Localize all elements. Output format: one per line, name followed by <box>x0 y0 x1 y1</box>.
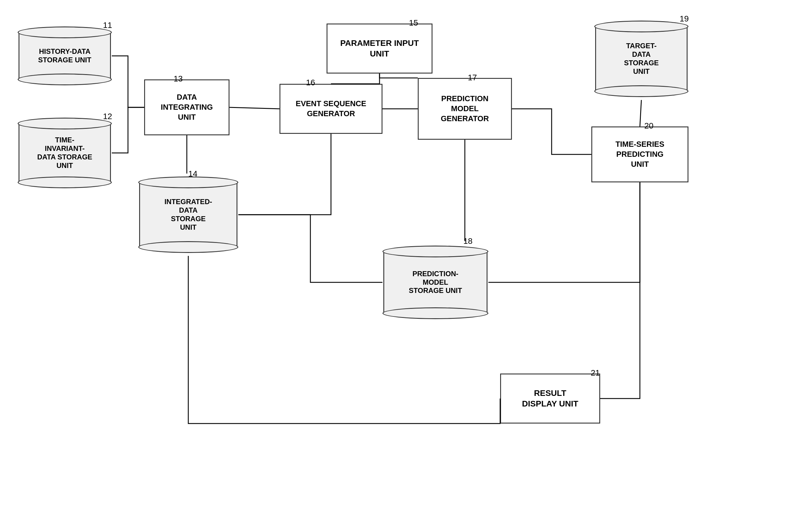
ref-12: 12 <box>103 112 112 121</box>
ref-13: 13 <box>174 74 183 83</box>
result-display-unit: RESULTDISPLAY UNIT <box>500 373 600 423</box>
cylinder-bottom-14 <box>138 241 238 253</box>
line-14-to-18 <box>238 215 382 282</box>
cylinder-bottom-12 <box>18 177 112 188</box>
cylinder-top-11 <box>18 26 112 38</box>
prediction-model-label: PREDICTION-MODELSTORAGE UNIT <box>383 252 487 313</box>
diagram-container: HISTORY-DATASTORAGE UNIT 11 TIME-INVARIA… <box>0 0 812 520</box>
target-data-storage: TARGET-DATASTORAGEUNIT <box>594 18 688 100</box>
data-integrating-unit: DATAINTEGRATINGUNIT <box>144 79 229 135</box>
cylinder-bottom-19 <box>594 85 688 97</box>
parameter-input-unit: PARAMETER INPUTUNIT <box>327 24 432 74</box>
history-data-label: HISTORY-DATASTORAGE UNIT <box>19 32 111 79</box>
ref-15: 15 <box>409 18 418 28</box>
line-18-to-20 <box>488 182 640 282</box>
cylinder-top-18 <box>382 245 488 257</box>
ref-20: 20 <box>644 121 654 131</box>
ref-16: 16 <box>306 78 315 87</box>
ref-17: 17 <box>468 73 477 82</box>
cylinder-bottom-11 <box>18 74 112 85</box>
line-20-to-21 <box>600 182 640 398</box>
line-17-to-20 <box>512 109 591 154</box>
target-data-label: TARGET-DATASTORAGEUNIT <box>595 26 688 91</box>
time-series-predicting-unit: TIME-SERIESPREDICTINGUNIT <box>591 127 688 182</box>
line-11-to-13 <box>112 56 144 107</box>
history-data-storage: HISTORY-DATASTORAGE UNIT <box>18 24 112 88</box>
cylinder-top-19 <box>594 21 688 32</box>
time-invariant-label: TIME-INVARIANT-DATA STORAGEUNIT <box>19 124 111 182</box>
line-19-to-20 <box>640 100 641 127</box>
line-16-to-14 <box>238 134 331 215</box>
ref-19: 19 <box>680 14 689 24</box>
cylinder-top-14 <box>138 177 238 188</box>
ref-11: 11 <box>103 21 112 30</box>
line-15-to-17 <box>380 74 418 78</box>
line-13-to-16 <box>229 107 279 109</box>
line-15-to-16 <box>331 74 380 84</box>
cylinder-bottom-18 <box>382 307 488 319</box>
prediction-model-storage: PREDICTION-MODELSTORAGE UNIT <box>382 241 488 323</box>
prediction-model-generator: PREDICTIONMODELGENERATOR <box>418 78 512 140</box>
line-12-to-13 <box>112 107 144 153</box>
time-invariant-storage: TIME-INVARIANT-DATA STORAGEUNIT <box>18 115 112 191</box>
ref-18: 18 <box>463 236 473 246</box>
event-sequence-generator: EVENT SEQUENCEGENERATOR <box>279 84 382 134</box>
ref-21: 21 <box>591 368 600 378</box>
integrated-data-storage: INTEGRATED-DATASTORAGEUNIT <box>138 174 238 256</box>
cylinder-top-12 <box>18 118 112 129</box>
integrated-data-label: INTEGRATED-DATASTORAGEUNIT <box>139 182 237 247</box>
